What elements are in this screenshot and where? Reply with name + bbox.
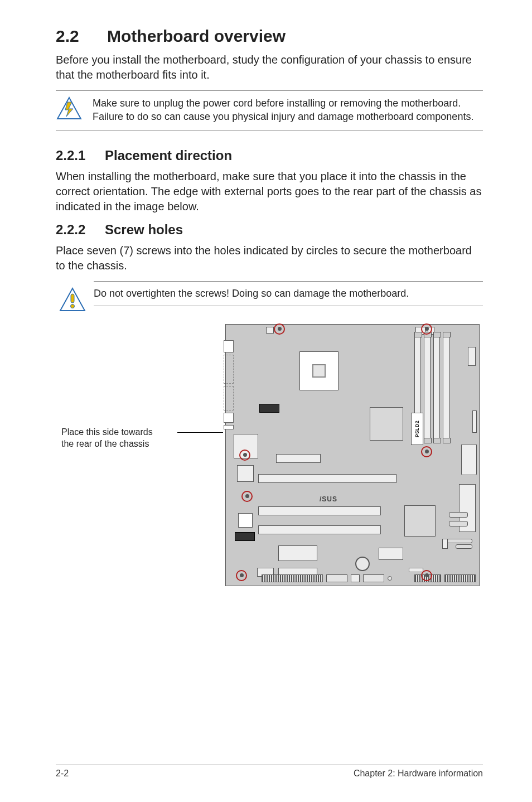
warning-text: Make sure to unplug the power cord befor… (93, 96, 483, 124)
fdd-connector (461, 444, 477, 475)
subheading-placement: 2.2.1Placement direction (56, 148, 483, 163)
southbridge-chip (404, 505, 436, 537)
screw-hole (421, 446, 432, 457)
sata-port-1 (449, 512, 468, 518)
screws-body: Place seven (7) screws into the holes in… (56, 243, 483, 273)
screw-hole (421, 323, 432, 335)
screw-hole (241, 491, 253, 502)
screws-title: Screw holes (105, 222, 183, 237)
brand-silk: /SUS (320, 495, 337, 503)
sata-port-3 (447, 539, 472, 543)
northbridge-chip (370, 407, 403, 441)
bottom-mini-2 (409, 568, 423, 572)
screw-hole (421, 570, 432, 581)
cpu-socket (299, 351, 338, 390)
svg-point-4 (71, 304, 75, 308)
edge-connector (472, 410, 477, 433)
motherboard-figure: Place this side towards the rear of the … (56, 324, 483, 614)
caution-icon (59, 287, 86, 314)
audio-chip (238, 513, 253, 528)
jumper-block (442, 539, 448, 549)
placement-number: 2.2.1 (56, 148, 105, 163)
page-footer: 2-2 Chapter 2: Hardware information (56, 765, 483, 779)
heading-title: Motherboard overview (107, 27, 286, 45)
motherboard-outline: P5LD2 /SUS (225, 324, 480, 586)
pcie-x16-slot (258, 474, 396, 483)
audio-header (235, 532, 255, 541)
screw-hole (239, 450, 250, 461)
model-chip: P5LD2 (411, 413, 423, 445)
bolt-icon (56, 96, 83, 120)
svg-marker-1 (65, 102, 73, 117)
footer-chapter: Chapter 2: Hardware information (354, 769, 483, 779)
small-chip (266, 327, 274, 334)
rear-io-block (224, 340, 234, 431)
heading-number: 2.2 (56, 27, 107, 46)
small-chip-2 (237, 465, 254, 482)
side-label-line1: Place this side towards (61, 427, 153, 437)
subheading-screws: 2.2.2Screw holes (56, 222, 483, 238)
bottom-header-row (262, 574, 392, 582)
screws-number: 2.2.2 (56, 222, 105, 238)
svg-rect-3 (71, 294, 74, 303)
pci-slot-1 (258, 506, 381, 515)
atx-aux (468, 347, 476, 366)
bios-chip (379, 548, 403, 560)
sata-port-2 (449, 521, 468, 526)
model-label: P5LD2 (414, 421, 420, 438)
placement-body: When installing the motherboard, make su… (56, 169, 483, 214)
intro-paragraph: Before you install the motherboard, stud… (56, 52, 483, 83)
footer-page: 2-2 (56, 769, 69, 779)
super-io-chip (278, 545, 317, 561)
caution-text: Do not overtighten the screws! Doing so … (94, 281, 483, 306)
pcie-x1-slot (276, 454, 321, 463)
cmos-battery (355, 557, 370, 571)
screw-hole (274, 323, 285, 335)
warning-callout: Make sure to unplug the power cord befor… (56, 90, 483, 131)
figure-side-label: Place this side towards the rear of the … (61, 427, 153, 450)
leader-line (177, 432, 223, 433)
page-heading: 2.2Motherboard overview (56, 27, 483, 46)
sata-port-4 (456, 544, 472, 549)
side-label-line2: the rear of the chassis (61, 439, 149, 448)
power-connector (259, 404, 279, 413)
screw-hole (236, 570, 247, 581)
pci-slot-2 (258, 525, 381, 534)
placement-title: Placement direction (105, 148, 232, 163)
